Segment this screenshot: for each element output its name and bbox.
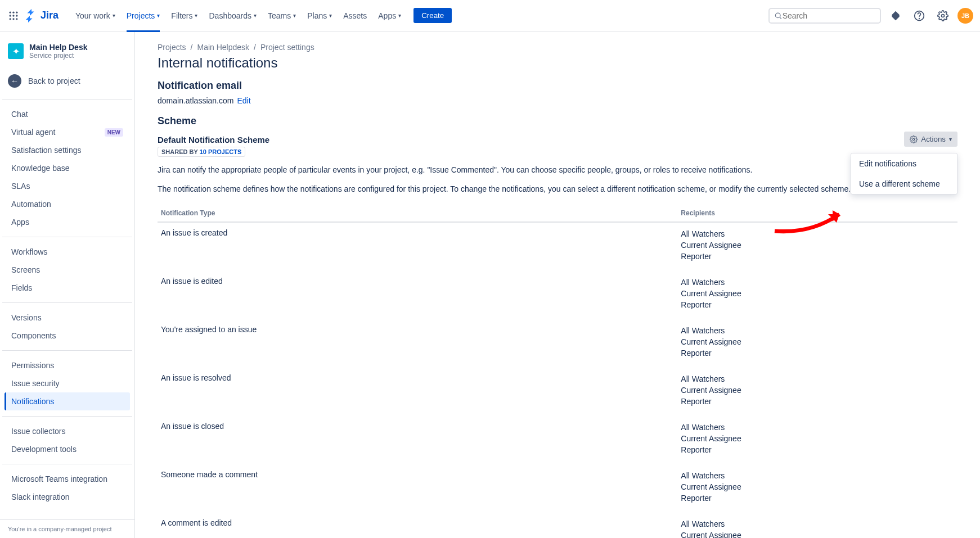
sidebar-footer: You're in a company-managed project (0, 519, 134, 538)
breadcrumb-item[interactable]: Project settings (260, 43, 314, 52)
sidebar-item-knowledge-base[interactable]: Knowledge base (5, 159, 130, 177)
scheme-section-title: Scheme (158, 115, 957, 127)
breadcrumb: Projects/Main Helpdesk/Project settings (158, 43, 957, 52)
sidebar-item-development-tools[interactable]: Development tools (5, 440, 130, 458)
recipients-cell: All WatchersCurrent AssigneeReporter (677, 416, 957, 464)
sidebar-item-fields[interactable]: Fields (5, 279, 130, 297)
svg-point-2 (16, 11, 17, 13)
sidebar-item-virtual-agent[interactable]: Virtual agentNEW (5, 123, 130, 141)
svg-point-4 (12, 15, 14, 16)
table-row: An issue is closedAll WatchersCurrent As… (158, 416, 957, 464)
sidebar-item-chat[interactable]: Chat (5, 105, 130, 123)
sidebar-item-issue-collectors[interactable]: Issue collectors (5, 422, 130, 440)
recipients-cell: All WatchersCurrent AssigneeReporter (677, 513, 957, 538)
create-button[interactable]: Create (413, 8, 452, 23)
chevron-down-icon: ▾ (293, 12, 296, 19)
jira-logo[interactable]: Jira (25, 9, 59, 22)
sidebar: ✦ Main Help Desk Service project ← Back … (0, 31, 135, 538)
actions-dropdown: Edit notificationsUse a different scheme (851, 153, 957, 195)
svg-point-12 (919, 18, 920, 19)
avatar[interactable]: JB (957, 8, 973, 24)
breadcrumb-item[interactable]: Projects (158, 43, 186, 52)
nav-your-work[interactable]: Your work ▾ (70, 7, 121, 25)
notification-type-cell: Someone made a comment (158, 464, 677, 513)
svg-point-0 (10, 11, 11, 13)
project-title: Main Help Desk (29, 43, 87, 52)
notification-type-cell: An issue is created (158, 222, 677, 271)
recipients-cell: All WatchersCurrent AssigneeReporter (677, 368, 957, 416)
sidebar-item-slack-integration[interactable]: Slack integration (5, 488, 130, 506)
svg-point-8 (16, 18, 17, 20)
svg-point-7 (12, 18, 14, 20)
dropdown-item-edit-notifications[interactable]: Edit notifications (851, 153, 957, 174)
table-row: An issue is resolvedAll WatchersCurrent … (158, 368, 957, 416)
sidebar-item-microsoft-teams-integration[interactable]: Microsoft Teams integration (5, 470, 130, 488)
project-icon: ✦ (8, 43, 24, 59)
scheme-desc-2: The notification scheme defines how the … (158, 184, 957, 195)
sidebar-item-permissions[interactable]: Permissions (5, 356, 130, 374)
notification-type-cell: An issue is resolved (158, 368, 677, 416)
svg-point-13 (942, 14, 945, 17)
sidebar-item-workflows[interactable]: Workflows (5, 243, 130, 261)
dropdown-item-use-a-different-scheme[interactable]: Use a different scheme (851, 174, 957, 194)
project-header: ✦ Main Help Desk Service project (0, 31, 134, 66)
app-switcher-icon[interactable] (7, 9, 20, 22)
sidebar-item-versions[interactable]: Versions (5, 309, 130, 327)
email-domain: domain.atlassian.com (158, 96, 233, 105)
sidebar-item-screens[interactable]: Screens (5, 261, 130, 279)
table-row: An issue is editedAll WatchersCurrent As… (158, 271, 957, 319)
jira-logo-text: Jira (41, 10, 59, 21)
sidebar-item-apps[interactable]: Apps (5, 213, 130, 231)
svg-point-3 (10, 15, 11, 16)
nav-apps[interactable]: Apps ▾ (372, 7, 407, 25)
svg-point-6 (10, 18, 11, 20)
back-label: Back to project (28, 76, 80, 85)
shared-projects-link[interactable]: 10 PROJECTS (200, 148, 242, 155)
top-nav: Jira Your work ▾Projects ▾Filters ▾Dashb… (0, 0, 980, 31)
sidebar-item-issue-security[interactable]: Issue security (5, 374, 130, 392)
nav-plans[interactable]: Plans ▾ (302, 7, 338, 25)
back-to-project[interactable]: ← Back to project (0, 66, 134, 96)
sidebar-item-notifications[interactable]: Notifications (5, 392, 130, 410)
recipients-cell: All WatchersCurrent AssigneeReporter (677, 222, 957, 271)
search-input[interactable] (783, 11, 875, 20)
recipients-cell: All WatchersCurrent AssigneeReporter (677, 319, 957, 368)
search-icon (774, 11, 783, 20)
search-box[interactable] (768, 8, 881, 24)
project-type: Service project (29, 52, 87, 60)
scheme-name: Default Notification Scheme (158, 135, 269, 144)
chevron-down-icon: ▾ (949, 136, 952, 142)
main-content: Projects/Main Helpdesk/Project settings … (135, 31, 980, 538)
email-section-title: Notification email (158, 80, 957, 92)
new-badge: NEW (105, 128, 123, 137)
chevron-down-icon: ▾ (329, 12, 332, 19)
gear-icon (910, 135, 918, 143)
nav-assets[interactable]: Assets (338, 7, 372, 25)
help-icon[interactable] (910, 7, 928, 25)
breadcrumb-item[interactable]: Main Helpdesk (197, 43, 249, 52)
table-row: You're assigned to an issueAll WatchersC… (158, 319, 957, 368)
scheme-desc-1: Jira can notify the appropriate people o… (158, 165, 957, 176)
col-notification-type: Notification Type (158, 205, 677, 222)
table-row: A comment is editedAll WatchersCurrent A… (158, 513, 957, 538)
chevron-down-icon: ▾ (398, 12, 401, 19)
email-edit-link[interactable]: Edit (237, 96, 250, 105)
svg-point-9 (775, 13, 780, 18)
sidebar-item-components[interactable]: Components (5, 327, 130, 345)
chevron-down-icon: ▾ (157, 12, 160, 19)
back-arrow-icon: ← (8, 74, 21, 88)
nav-teams[interactable]: Teams ▾ (262, 7, 302, 25)
notifications-icon[interactable] (887, 7, 905, 25)
nav-filters[interactable]: Filters ▾ (165, 7, 203, 25)
chevron-down-icon: ▾ (195, 12, 197, 19)
sidebar-item-slas[interactable]: SLAs (5, 177, 130, 195)
svg-point-5 (16, 15, 17, 16)
recipients-cell: All WatchersCurrent AssigneeReporter (677, 271, 957, 319)
sidebar-item-automation[interactable]: Automation (5, 195, 130, 213)
table-row: Someone made a commentAll WatchersCurren… (158, 464, 957, 513)
nav-dashboards[interactable]: Dashboards ▾ (203, 7, 262, 25)
nav-projects[interactable]: Projects ▾ (121, 7, 166, 25)
settings-icon[interactable] (934, 7, 952, 25)
actions-button[interactable]: Actions ▾ (904, 132, 957, 147)
sidebar-item-satisfaction-settings[interactable]: Satisfaction settings (5, 141, 130, 159)
